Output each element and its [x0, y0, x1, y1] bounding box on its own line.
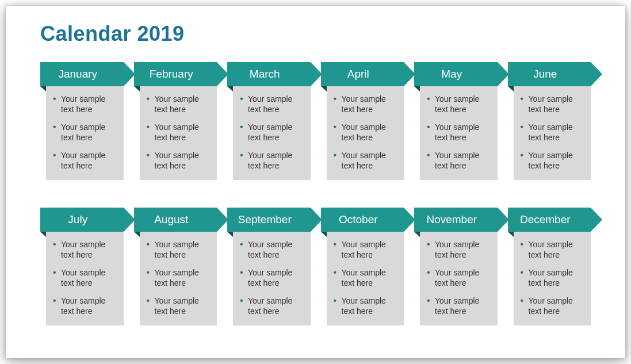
list-item: Your sample text here: [518, 240, 586, 260]
month-body: Your sample text hereYour sample text he…: [140, 86, 217, 180]
month-banner: December: [508, 208, 591, 232]
month-card-june: JuneYour sample text hereYour sample tex…: [508, 62, 591, 180]
month-bullet-list: Your sample text hereYour sample text he…: [518, 94, 586, 171]
list-item: Your sample text here: [51, 296, 118, 316]
list-item: Your sample text here: [51, 240, 118, 260]
month-body: Your sample text hereYour sample text he…: [420, 86, 498, 180]
month-body: Your sample text hereYour sample text he…: [420, 232, 498, 325]
list-item: Your sample text here: [144, 296, 212, 316]
month-banner: September: [227, 208, 311, 232]
list-item: Your sample text here: [144, 268, 212, 288]
list-item: Your sample text here: [331, 268, 399, 288]
slide: Calendar 2019 JanuaryYour sample text he…: [6, 6, 625, 358]
month-banner: October: [321, 208, 404, 232]
list-item: Your sample text here: [144, 240, 212, 260]
list-item: Your sample text here: [144, 94, 212, 114]
month-banner: July: [40, 208, 124, 232]
list-item: Your sample text here: [425, 296, 492, 316]
list-item: Your sample text here: [425, 240, 492, 260]
banner-fold-icon: [508, 232, 514, 237]
list-item: Your sample text here: [238, 94, 305, 114]
month-bullet-list: Your sample text hereYour sample text he…: [144, 94, 212, 171]
list-item: Your sample text here: [518, 122, 586, 143]
month-card-april: AprilYour sample text hereYour sample te…: [321, 62, 404, 180]
month-body: Your sample text hereYour sample text he…: [46, 232, 124, 325]
month-card-january: JanuaryYour sample text hereYour sample …: [40, 62, 124, 180]
month-banner: April: [321, 62, 404, 86]
month-bullet-list: Your sample text hereYour sample text he…: [425, 94, 492, 171]
list-item: Your sample text here: [425, 151, 492, 171]
month-card-july: JulyYour sample text hereYour sample tex…: [40, 208, 124, 325]
banner-fold-icon: [321, 86, 327, 91]
month-body: Your sample text hereYour sample text he…: [327, 86, 404, 180]
page-title: Calendar 2019: [40, 22, 591, 46]
list-item: Your sample text here: [238, 240, 305, 260]
banner-fold-icon: [227, 86, 233, 91]
banner-fold-icon: [40, 232, 46, 237]
month-card-february: FebruaryYour sample text hereYour sample…: [134, 62, 217, 180]
month-bullet-list: Your sample text hereYour sample text he…: [518, 240, 586, 316]
list-item: Your sample text here: [144, 122, 212, 143]
month-body: Your sample text hereYour sample text he…: [233, 232, 311, 325]
month-bullet-list: Your sample text hereYour sample text he…: [51, 240, 118, 316]
banner-fold-icon: [40, 86, 46, 91]
list-item: Your sample text here: [238, 151, 305, 171]
month-card-may: MayYour sample text hereYour sample text…: [414, 62, 498, 180]
list-item: Your sample text here: [144, 151, 212, 171]
banner-fold-icon: [134, 232, 140, 237]
month-banner: June: [508, 62, 591, 86]
banner-fold-icon: [508, 86, 514, 91]
month-banner: August: [134, 208, 217, 232]
month-banner: March: [227, 62, 311, 86]
list-item: Your sample text here: [238, 296, 305, 316]
banner-fold-icon: [414, 86, 420, 91]
list-item: Your sample text here: [518, 151, 586, 171]
month-body: Your sample text hereYour sample text he…: [327, 232, 404, 325]
month-bullet-list: Your sample text hereYour sample text he…: [238, 240, 305, 316]
list-item: Your sample text here: [331, 296, 399, 316]
month-bullet-list: Your sample text hereYour sample text he…: [331, 94, 399, 171]
list-item: Your sample text here: [51, 151, 118, 171]
month-banner: February: [134, 62, 217, 86]
list-item: Your sample text here: [331, 151, 399, 171]
month-body: Your sample text hereYour sample text he…: [514, 232, 591, 325]
list-item: Your sample text here: [331, 94, 399, 114]
list-item: Your sample text here: [425, 268, 492, 288]
list-item: Your sample text here: [51, 122, 118, 143]
calendar-grid: JanuaryYour sample text hereYour sample …: [40, 62, 591, 325]
list-item: Your sample text here: [518, 268, 586, 288]
list-item: Your sample text here: [238, 268, 305, 288]
month-banner: November: [414, 208, 498, 232]
list-item: Your sample text here: [331, 240, 399, 260]
month-bullet-list: Your sample text hereYour sample text he…: [51, 94, 118, 171]
month-body: Your sample text hereYour sample text he…: [140, 232, 217, 325]
month-banner: January: [40, 62, 124, 86]
month-card-september: SeptemberYour sample text hereYour sampl…: [227, 208, 311, 325]
list-item: Your sample text here: [331, 122, 399, 143]
month-bullet-list: Your sample text hereYour sample text he…: [144, 240, 212, 316]
month-card-august: AugustYour sample text hereYour sample t…: [134, 208, 217, 325]
month-banner: May: [414, 62, 498, 86]
banner-fold-icon: [414, 232, 420, 237]
list-item: Your sample text here: [238, 122, 305, 143]
list-item: Your sample text here: [51, 94, 118, 114]
month-body: Your sample text hereYour sample text he…: [46, 86, 124, 180]
list-item: Your sample text here: [51, 268, 118, 288]
list-item: Your sample text here: [518, 296, 586, 316]
month-card-march: MarchYour sample text hereYour sample te…: [227, 62, 311, 180]
month-card-october: OctoberYour sample text hereYour sample …: [321, 208, 404, 325]
banner-fold-icon: [321, 232, 327, 237]
month-body: Your sample text hereYour sample text he…: [514, 86, 591, 180]
month-card-december: DecemberYour sample text hereYour sample…: [508, 208, 591, 325]
month-bullet-list: Your sample text hereYour sample text he…: [331, 240, 399, 316]
list-item: Your sample text here: [425, 94, 492, 114]
calendar-row-1: JanuaryYour sample text hereYour sample …: [40, 62, 591, 180]
list-item: Your sample text here: [425, 122, 492, 143]
banner-fold-icon: [227, 232, 233, 237]
month-bullet-list: Your sample text hereYour sample text he…: [425, 240, 492, 316]
calendar-row-2: JulyYour sample text hereYour sample tex…: [40, 208, 591, 325]
banner-fold-icon: [134, 86, 140, 91]
list-item: Your sample text here: [518, 94, 586, 114]
month-bullet-list: Your sample text hereYour sample text he…: [238, 94, 305, 171]
month-card-november: NovemberYour sample text hereYour sample…: [414, 208, 498, 325]
